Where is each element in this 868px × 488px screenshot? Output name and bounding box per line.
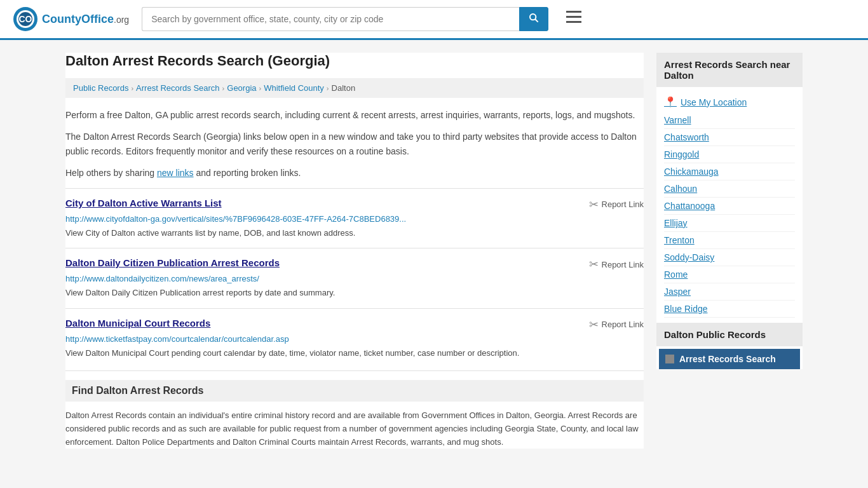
sidebar-arrest-records-item[interactable]: Arrest Records Search — [659, 349, 800, 369]
sidebar-public-records-title: Dalton Public Records — [656, 323, 803, 346]
find-desc: Dalton Arrest Records contain an individ… — [65, 409, 644, 449]
svg-rect-8 — [566, 21, 581, 23]
header: CO CountyOffice.org — [0, 0, 868, 40]
record-title-1[interactable]: Dalton Daily Citizen Publication Arrest … — [65, 257, 280, 268]
sidebar-link-blue-ridge[interactable]: Blue Ridge — [664, 301, 795, 318]
search-button[interactable] — [519, 7, 548, 31]
sidebar-link-ringgold[interactable]: Ringgold — [664, 146, 795, 163]
breadcrumb-georgia[interactable]: Georgia — [227, 83, 256, 93]
breadcrumb-sep-3: › — [259, 85, 262, 92]
sidebar-nearby-title: Arrest Records Search near Dalton — [656, 53, 803, 87]
find-section: Find Dalton Arrest Records Dalton Arrest… — [65, 370, 644, 449]
record-desc-0: View City of Dalton active warrants list… — [65, 227, 644, 240]
record-block-1: Dalton Daily Citizen Publication Arrest … — [65, 248, 644, 308]
svg-text:CO: CO — [19, 14, 32, 24]
breadcrumb-arrest-records[interactable]: Arrest Records Search — [136, 83, 220, 93]
sidebar-nearby-content: 📍 Use My Location Varnell Chatsworth Rin… — [656, 87, 803, 323]
breadcrumb: Public Records › Arrest Records Search ›… — [65, 78, 644, 98]
record-desc-2: View Dalton Municipal Court pending cour… — [65, 347, 644, 360]
description: Perform a free Dalton, GA public arrest … — [65, 108, 644, 180]
record-checkbox-icon — [665, 355, 674, 363]
record-url-0[interactable]: http://www.cityofdalton-ga.gov/vertical/… — [65, 214, 644, 224]
sidebar-link-rome[interactable]: Rome — [664, 266, 795, 283]
search-input[interactable] — [142, 7, 519, 31]
record-block-2: Dalton Municipal Court Records ✂ Report … — [65, 308, 644, 369]
svg-rect-7 — [566, 16, 581, 18]
scissors-icon-0: ✂ — [589, 198, 599, 212]
desc-p1: Perform a free Dalton, GA public arrest … — [65, 108, 644, 122]
svg-point-4 — [530, 14, 536, 20]
hamburger-icon — [566, 11, 581, 24]
search-icon — [529, 13, 539, 23]
breadcrumb-sep-4: › — [327, 85, 329, 92]
svg-rect-6 — [566, 11, 581, 13]
main-container: Dalton Arrest Records Search (Georgia) P… — [53, 40, 815, 461]
scissors-icon-2: ✂ — [589, 318, 599, 332]
scissors-icon-1: ✂ — [589, 257, 599, 271]
sidebar-link-chickamauga[interactable]: Chickamauga — [664, 163, 795, 180]
sidebar-link-soddy-daisy[interactable]: Soddy-Daisy — [664, 249, 795, 266]
logo-icon: CO — [13, 6, 38, 32]
search-bar — [142, 7, 548, 31]
breadcrumb-dalton: Dalton — [332, 83, 356, 93]
record-url-1[interactable]: http://www.daltondailycitizen.com/news/a… — [65, 274, 644, 283]
sidebar-arrest-records-link[interactable]: Arrest Records Search — [679, 354, 776, 364]
sidebar-link-varnell[interactable]: Varnell — [664, 112, 795, 129]
sidebar-link-ellijay[interactable]: Ellijay — [664, 215, 795, 232]
location-icon: 📍 — [664, 96, 677, 108]
new-links-link[interactable]: new links — [157, 168, 194, 178]
sidebar-link-jasper[interactable]: Jasper — [664, 283, 795, 301]
sidebar-nearby-section: Arrest Records Search near Dalton 📍 Use … — [656, 53, 803, 323]
sidebar-link-chatsworth[interactable]: Chatsworth — [664, 129, 795, 146]
sidebar-public-records-section: Dalton Public Records Arrest Records Sea… — [656, 323, 803, 369]
desc-p2: The Dalton Arrest Records Search (Georgi… — [65, 130, 644, 158]
breadcrumb-sep-1: › — [131, 85, 133, 92]
svg-line-5 — [535, 19, 538, 22]
record-title-0[interactable]: City of Dalton Active Warrants List — [65, 198, 222, 208]
use-location-btn[interactable]: 📍 Use My Location — [664, 92, 795, 112]
logo[interactable]: CO CountyOffice.org — [13, 6, 129, 32]
menu-button[interactable] — [561, 8, 587, 30]
record-desc-1: View Dalton Daily Citizen Publication ar… — [65, 287, 644, 299]
report-link-btn-2[interactable]: ✂ Report Link — [589, 318, 644, 332]
find-title: Find Dalton Arrest Records — [65, 380, 644, 402]
breadcrumb-whitfield[interactable]: Whitfield County — [264, 83, 324, 93]
sidebar-link-chattanooga[interactable]: Chattanooga — [664, 198, 795, 215]
content-area: Dalton Arrest Records Search (Georgia) P… — [65, 53, 644, 449]
page-title: Dalton Arrest Records Search (Georgia) — [65, 53, 644, 69]
logo-text: CountyOffice.org — [42, 13, 129, 26]
record-url-2[interactable]: http://www.ticketfastpay.com/courtcalend… — [65, 334, 644, 344]
breadcrumb-sep-2: › — [222, 85, 225, 92]
report-link-btn-1[interactable]: ✂ Report Link — [589, 257, 644, 271]
sidebar-link-trenton[interactable]: Trenton — [664, 232, 795, 249]
desc-p3: Help others by sharing new links and rep… — [65, 166, 644, 180]
breadcrumb-public-records[interactable]: Public Records — [73, 83, 128, 93]
sidebar: Arrest Records Search near Dalton 📍 Use … — [656, 53, 803, 449]
report-link-btn-0[interactable]: ✂ Report Link — [589, 198, 644, 212]
record-title-2[interactable]: Dalton Municipal Court Records — [65, 318, 210, 329]
sidebar-link-calhoun[interactable]: Calhoun — [664, 180, 795, 198]
record-block-0: City of Dalton Active Warrants List ✂ Re… — [65, 188, 644, 248]
